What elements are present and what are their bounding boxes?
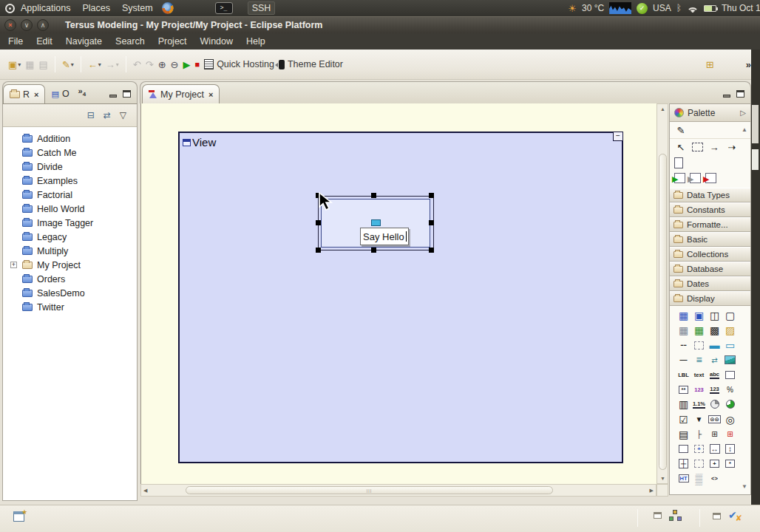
terminal-icon[interactable]: >_ [215,2,233,14]
editor-horizontal-scrollbar[interactable]: ◀ ||| ▶ [140,484,656,497]
new-table-button[interactable]: ⊞ [704,58,716,72]
stop-button[interactable]: ■ [192,58,202,70]
clock-label[interactable]: Thu Oct 1 [722,3,760,13]
palette-item[interactable]: ◎ [722,412,738,427]
palette-drawer[interactable]: Dates [670,276,750,291]
theme-editor-button[interactable]: Theme Editor [276,58,345,71]
menu-item[interactable]: Project [152,36,194,47]
print-button[interactable]: ▤ [37,58,50,72]
palette-item[interactable]: HT [676,471,691,486]
palette-item[interactable]: 123 [707,382,722,397]
palette-item[interactable]: + [691,442,707,457]
tree-expander[interactable] [10,219,17,226]
selection-handle-w[interactable] [316,220,321,225]
menu-item[interactable]: Help [240,36,272,47]
window-maximize-button[interactable]: ∧ [37,19,49,31]
palette-item[interactable]: <> [707,471,722,486]
scroll-down-icon[interactable]: ▼ [660,476,665,481]
palette-item[interactable]: abc [707,367,722,382]
palette-item[interactable]: ─ [676,352,691,367]
quick-hosting-button[interactable]: Quick Hosting [202,58,276,71]
palette-item[interactable]: ▦ [676,323,691,338]
maximize-panel-button[interactable] [123,90,131,98]
palette-drawer[interactable]: Formatte... [670,217,750,232]
palette-item[interactable]: ◫ [707,308,722,323]
desktop-menu-item[interactable]: System [116,3,159,13]
palette-tool[interactable] [692,143,703,151]
minimize-panel-button[interactable] [109,95,117,98]
palette-drawer[interactable]: Collections [670,247,750,262]
undo-button[interactable]: ↶ [131,58,143,72]
maximize-editor-button[interactable] [736,90,744,98]
palette-item[interactable]: ├ [691,427,707,442]
close-icon[interactable]: × [208,90,213,99]
fast-view-button[interactable]: ★ [13,511,24,522]
tree-expander[interactable] [10,177,17,184]
tree-item[interactable]: SalesDemo [3,286,137,300]
palette-item[interactable]: ▥ [676,397,691,412]
connection-tool[interactable]: ✎ [674,124,688,136]
tree-item[interactable]: Divide [3,160,137,174]
palette-item[interactable]: ▦ [691,323,707,338]
palette-item[interactable]: ╌ [676,338,691,352]
tree-item[interactable]: Legacy [3,230,137,244]
more-views-button[interactable]: »4 [78,86,86,103]
palette-item[interactable]: 123 [691,382,707,397]
ssh-window-button[interactable]: SSH [248,1,276,15]
palette-item[interactable]: ⊙⊙ [707,412,722,427]
desktop-menu-item[interactable]: Applications [15,3,76,13]
palette-header[interactable]: Palette ▷ [670,104,750,122]
tree-expander[interactable]: + [10,262,17,268]
window-close-button[interactable]: × [4,19,16,31]
tree-expander[interactable] [10,304,17,310]
palette-item[interactable] [722,367,738,382]
palette-pin-icon[interactable]: ▷ [740,109,746,117]
vertical-scroll-thumb[interactable] [659,154,667,470]
palette-item[interactable]: ⊞ [707,427,722,442]
palette-item[interactable]: + [707,457,722,471]
window-minimize-button[interactable]: ∨ [21,19,33,31]
scroll-up-icon[interactable]: ▲ [660,106,665,112]
view-menu-button[interactable]: ▽ [120,110,126,120]
close-icon[interactable]: × [34,90,38,99]
palette-item[interactable]: ┼ [676,457,691,471]
save-button[interactable]: ▦ [23,58,36,72]
palette-item[interactable]: ▒ [691,471,707,486]
validation-status-icon[interactable]: ✔✘ [728,510,742,522]
tree-expander[interactable] [10,233,17,240]
battery-icon[interactable] [704,5,716,12]
palette-item[interactable]: * [722,457,738,471]
palette-tool[interactable]: ⇢ [725,141,739,153]
menu-item[interactable]: Search [109,36,152,47]
label-edit-input[interactable]: Say Hello [360,228,409,245]
palette-item[interactable]: 1.1% [691,397,707,412]
palette-drawer[interactable]: Constants [670,202,750,217]
palette-item[interactable]: ▤ [676,427,691,442]
tab-my-project[interactable]: My Project × [142,84,220,103]
tree-expander[interactable] [10,135,17,142]
restore-window-icon[interactable] [654,512,662,519]
palette-item[interactable]: ▨ [722,323,738,338]
tree-item[interactable]: Orders [3,272,137,286]
tree-item[interactable]: Addition [3,132,137,146]
wifi-icon[interactable] [687,4,699,13]
palette-item[interactable]: ↔ [707,442,722,457]
tab-repository[interactable]: R × [3,84,45,103]
palette-item[interactable]: ↕ [722,442,738,457]
palette-item[interactable] [691,457,707,471]
creation-tool[interactable]: ▶ [690,173,701,183]
tree-expander[interactable] [10,290,17,296]
tree-expander[interactable] [10,205,17,212]
scroll-right-icon[interactable]: ▶ [650,488,654,494]
keyboard-layout-label[interactable]: USA [653,3,671,13]
minimize-editor-button[interactable] [723,95,730,98]
tree-expander[interactable] [10,191,17,198]
menu-item[interactable]: Edit [30,36,59,47]
firefox-icon[interactable] [162,2,174,14]
palette-item[interactable] [707,397,722,412]
creation-tool[interactable]: ▶ [674,173,685,183]
palette-item[interactable] [722,352,738,367]
palette-item[interactable]: ▢ [722,308,738,323]
palette-drawer[interactable]: Display [670,291,750,306]
tab-outline[interactable]: ▤ O [45,84,75,103]
